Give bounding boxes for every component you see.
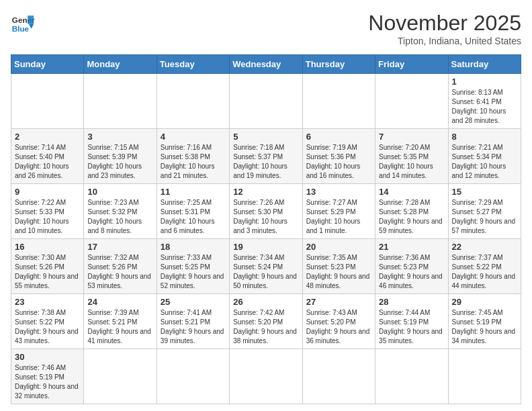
calendar-cell: 29Sunrise: 7:45 AM Sunset: 5:19 PM Dayli… (448, 294, 521, 349)
calendar-cell: 5Sunrise: 7:18 AM Sunset: 5:37 PM Daylig… (230, 129, 302, 184)
day-number: 6 (306, 132, 371, 142)
day-info: Sunrise: 7:30 AM Sunset: 5:26 PM Dayligh… (15, 253, 80, 291)
calendar-cell (230, 74, 302, 129)
weekday-header-tuesday: Tuesday (157, 55, 229, 74)
day-info: Sunrise: 7:45 AM Sunset: 5:19 PM Dayligh… (452, 308, 517, 346)
day-number: 16 (15, 242, 80, 252)
calendar-cell: 18Sunrise: 7:33 AM Sunset: 5:25 PM Dayli… (157, 239, 229, 294)
calendar-cell: 26Sunrise: 7:42 AM Sunset: 5:20 PM Dayli… (230, 294, 302, 349)
calendar-cell: 15Sunrise: 7:29 AM Sunset: 5:27 PM Dayli… (448, 184, 521, 239)
day-number: 3 (87, 132, 152, 142)
day-info: Sunrise: 7:28 AM Sunset: 5:28 PM Dayligh… (379, 198, 444, 236)
day-number: 10 (87, 187, 152, 197)
calendar-cell: 30Sunrise: 7:46 AM Sunset: 5:19 PM Dayli… (11, 349, 84, 404)
calendar-cell: 28Sunrise: 7:44 AM Sunset: 5:19 PM Dayli… (375, 294, 448, 349)
title-area: November 2025 Tipton, Indiana, United St… (368, 11, 521, 46)
calendar-week-6: 30Sunrise: 7:46 AM Sunset: 5:19 PM Dayli… (11, 349, 521, 404)
calendar-cell (302, 349, 375, 404)
calendar-cell (157, 349, 229, 404)
calendar-cell: 2Sunrise: 7:14 AM Sunset: 5:40 PM Daylig… (11, 129, 84, 184)
day-number: 11 (161, 187, 226, 197)
weekday-header-thursday: Thursday (302, 55, 375, 74)
svg-text:Blue: Blue (12, 24, 30, 33)
calendar-week-3: 9Sunrise: 7:22 AM Sunset: 5:33 PM Daylig… (11, 184, 521, 239)
calendar-subtitle: Tipton, Indiana, United States (368, 36, 521, 46)
day-info: Sunrise: 7:26 AM Sunset: 5:30 PM Dayligh… (233, 198, 298, 236)
calendar-cell: 12Sunrise: 7:26 AM Sunset: 5:30 PM Dayli… (230, 184, 302, 239)
calendar-cell: 17Sunrise: 7:32 AM Sunset: 5:26 PM Dayli… (84, 239, 157, 294)
day-number: 18 (161, 242, 226, 252)
svg-marker-2 (28, 15, 34, 24)
day-info: Sunrise: 7:19 AM Sunset: 5:36 PM Dayligh… (306, 143, 371, 181)
day-info: Sunrise: 7:36 AM Sunset: 5:23 PM Dayligh… (379, 253, 444, 291)
calendar-cell: 4Sunrise: 7:16 AM Sunset: 5:38 PM Daylig… (157, 129, 229, 184)
calendar-cell: 19Sunrise: 7:34 AM Sunset: 5:24 PM Dayli… (230, 239, 302, 294)
calendar-cell: 14Sunrise: 7:28 AM Sunset: 5:28 PM Dayli… (375, 184, 448, 239)
day-number: 5 (233, 132, 298, 142)
day-number: 7 (379, 132, 444, 142)
svg-marker-3 (29, 24, 34, 29)
logo-icon: General Blue (11, 11, 35, 35)
day-number: 23 (15, 297, 80, 307)
calendar-table: SundayMondayTuesdayWednesdayThursdayFrid… (11, 54, 521, 404)
calendar-cell: 20Sunrise: 7:35 AM Sunset: 5:23 PM Dayli… (302, 239, 375, 294)
day-number: 4 (161, 132, 226, 142)
day-info: Sunrise: 7:33 AM Sunset: 5:25 PM Dayligh… (161, 253, 226, 291)
day-number: 21 (379, 242, 444, 252)
day-info: Sunrise: 7:43 AM Sunset: 5:20 PM Dayligh… (306, 308, 371, 346)
day-info: Sunrise: 7:46 AM Sunset: 5:19 PM Dayligh… (15, 363, 80, 401)
day-info: Sunrise: 7:23 AM Sunset: 5:32 PM Dayligh… (87, 198, 152, 236)
day-number: 27 (306, 297, 371, 307)
weekday-header-wednesday: Wednesday (230, 55, 302, 74)
day-number: 19 (233, 242, 298, 252)
day-info: Sunrise: 7:41 AM Sunset: 5:21 PM Dayligh… (161, 308, 226, 346)
calendar-week-1: 1Sunrise: 8:13 AM Sunset: 6:41 PM Daylig… (11, 74, 521, 129)
day-info: Sunrise: 7:27 AM Sunset: 5:29 PM Dayligh… (306, 198, 371, 236)
calendar-cell: 6Sunrise: 7:19 AM Sunset: 5:36 PM Daylig… (302, 129, 375, 184)
day-number: 26 (233, 297, 298, 307)
day-info: Sunrise: 7:42 AM Sunset: 5:20 PM Dayligh… (233, 308, 298, 346)
day-number: 24 (87, 297, 152, 307)
calendar-cell (11, 74, 84, 129)
day-info: Sunrise: 7:38 AM Sunset: 5:22 PM Dayligh… (15, 308, 80, 346)
day-info: Sunrise: 7:25 AM Sunset: 5:31 PM Dayligh… (161, 198, 226, 236)
day-number: 25 (161, 297, 226, 307)
calendar-cell: 24Sunrise: 7:39 AM Sunset: 5:21 PM Dayli… (84, 294, 157, 349)
calendar-week-2: 2Sunrise: 7:14 AM Sunset: 5:40 PM Daylig… (11, 129, 521, 184)
calendar-title: November 2025 (368, 11, 521, 36)
calendar-cell: 27Sunrise: 7:43 AM Sunset: 5:20 PM Dayli… (302, 294, 375, 349)
calendar-cell: 11Sunrise: 7:25 AM Sunset: 5:31 PM Dayli… (157, 184, 229, 239)
day-info: Sunrise: 7:37 AM Sunset: 5:22 PM Dayligh… (452, 253, 517, 291)
page-header: General Blue November 2025 Tipton, India… (11, 11, 521, 46)
day-number: 14 (379, 187, 444, 197)
day-info: Sunrise: 7:16 AM Sunset: 5:38 PM Dayligh… (161, 143, 226, 181)
calendar-cell: 25Sunrise: 7:41 AM Sunset: 5:21 PM Dayli… (157, 294, 229, 349)
weekday-header-saturday: Saturday (448, 55, 521, 74)
calendar-cell: 3Sunrise: 7:15 AM Sunset: 5:39 PM Daylig… (84, 129, 157, 184)
day-info: Sunrise: 7:14 AM Sunset: 5:40 PM Dayligh… (15, 143, 80, 181)
calendar-cell (157, 74, 229, 129)
calendar-cell: 21Sunrise: 7:36 AM Sunset: 5:23 PM Dayli… (375, 239, 448, 294)
day-info: Sunrise: 8:13 AM Sunset: 6:41 PM Dayligh… (452, 88, 517, 126)
calendar-cell: 1Sunrise: 8:13 AM Sunset: 6:41 PM Daylig… (448, 74, 521, 129)
weekday-header-sunday: Sunday (11, 55, 84, 74)
calendar-cell (84, 349, 157, 404)
day-number: 12 (233, 187, 298, 197)
calendar-cell (375, 74, 448, 129)
weekday-header-monday: Monday (84, 55, 157, 74)
calendar-cell: 7Sunrise: 7:20 AM Sunset: 5:35 PM Daylig… (375, 129, 448, 184)
calendar-cell: 16Sunrise: 7:30 AM Sunset: 5:26 PM Dayli… (11, 239, 84, 294)
weekday-header-row: SundayMondayTuesdayWednesdayThursdayFrid… (11, 55, 521, 74)
day-number: 30 (15, 352, 80, 362)
day-info: Sunrise: 7:18 AM Sunset: 5:37 PM Dayligh… (233, 143, 298, 181)
day-number: 8 (452, 132, 517, 142)
day-info: Sunrise: 7:20 AM Sunset: 5:35 PM Dayligh… (379, 143, 444, 181)
calendar-cell: 13Sunrise: 7:27 AM Sunset: 5:29 PM Dayli… (302, 184, 375, 239)
calendar-cell: 23Sunrise: 7:38 AM Sunset: 5:22 PM Dayli… (11, 294, 84, 349)
calendar-week-4: 16Sunrise: 7:30 AM Sunset: 5:26 PM Dayli… (11, 239, 521, 294)
day-number: 13 (306, 187, 371, 197)
calendar-week-5: 23Sunrise: 7:38 AM Sunset: 5:22 PM Dayli… (11, 294, 521, 349)
day-info: Sunrise: 7:35 AM Sunset: 5:23 PM Dayligh… (306, 253, 371, 291)
day-info: Sunrise: 7:39 AM Sunset: 5:21 PM Dayligh… (87, 308, 152, 346)
day-info: Sunrise: 7:21 AM Sunset: 5:34 PM Dayligh… (452, 143, 517, 181)
